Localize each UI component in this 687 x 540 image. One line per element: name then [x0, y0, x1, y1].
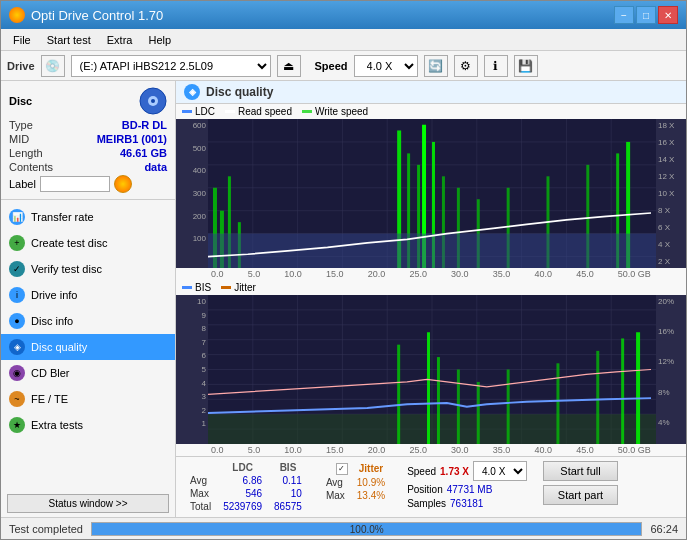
settings-icon[interactable]: ⚙: [454, 55, 478, 77]
mid-label: MID: [9, 133, 29, 145]
legend-ldc: LDC: [182, 106, 215, 117]
position-value: 47731 MB: [447, 484, 493, 495]
jitter-checkbox[interactable]: ✓: [336, 463, 348, 475]
chart1-x-axis: 0.0 5.0 10.0 15.0 20.0 25.0 30.0 35.0 40…: [176, 268, 686, 280]
jitter-avg-value: 10.9%: [351, 476, 391, 489]
extra-tests-label: Extra tests: [31, 419, 83, 431]
row-total-label: Total: [184, 500, 217, 513]
verify-test-icon: ✓: [9, 261, 25, 277]
svg-rect-57: [397, 345, 400, 444]
row-total-ldc: 5239769: [217, 500, 268, 513]
sidebar-item-fe-te[interactable]: ~ FE / TE: [1, 386, 175, 412]
drive-icon-btn[interactable]: 💿: [41, 55, 65, 77]
stats-table: LDC BIS Avg 6.86 0.11 Max 546 10 Total: [184, 461, 308, 513]
bis-label: BIS: [195, 282, 211, 293]
sidebar-item-cd-bler[interactable]: ◉ CD Bler: [1, 360, 175, 386]
sidebar-item-transfer-rate[interactable]: 📊 Transfer rate: [1, 204, 175, 230]
sidebar: Disc Type BD-R DL MID MEIRB1 (001): [1, 81, 176, 517]
drive-info-icon: i: [9, 287, 25, 303]
svg-rect-66: [636, 332, 640, 444]
contents-value: data: [144, 161, 167, 173]
disc-quality-dq-icon: ◈: [184, 84, 200, 100]
menu-extra[interactable]: Extra: [99, 32, 141, 48]
row-max-bis: 10: [268, 487, 308, 500]
read-speed-color: [225, 110, 235, 113]
samples-label: Samples: [407, 498, 446, 509]
contents-label: Contents: [9, 161, 53, 173]
chart1-legend: LDC Read speed Write speed: [176, 104, 686, 119]
sidebar-item-disc-quality[interactable]: ◈ Disc quality: [1, 334, 175, 360]
jitter-header: Jitter: [351, 461, 391, 476]
label-color-btn[interactable]: [114, 175, 132, 193]
label-input[interactable]: [40, 176, 110, 192]
ldc-label: LDC: [195, 106, 215, 117]
status-window-button[interactable]: Status window >>: [7, 494, 169, 513]
speed-label: Speed: [315, 60, 348, 72]
speed-select[interactable]: 4.0 X: [354, 55, 418, 77]
stats-area: LDC BIS Avg 6.86 0.11 Max 546 10 Total: [176, 456, 686, 517]
verify-test-label: Verify test disc: [31, 263, 102, 275]
menu-start-test[interactable]: Start test: [39, 32, 99, 48]
disc-quality-label: Disc quality: [31, 341, 87, 353]
action-buttons: Start full Start part: [543, 461, 618, 505]
menu-help[interactable]: Help: [140, 32, 179, 48]
svg-rect-60: [457, 370, 460, 445]
row-max-label: Max: [184, 487, 217, 500]
close-button[interactable]: ✕: [658, 6, 678, 24]
save-icon[interactable]: 💾: [514, 55, 538, 77]
speed-select2[interactable]: 4.0 X: [473, 461, 527, 481]
disc-panel-title: Disc: [9, 95, 32, 107]
start-part-button[interactable]: Start part: [543, 485, 618, 505]
sidebar-item-create-test[interactable]: + Create test disc: [1, 230, 175, 256]
progress-text: 100.0%: [350, 523, 384, 534]
eject-icon[interactable]: ⏏: [277, 55, 301, 77]
col-ldc: LDC: [217, 461, 268, 474]
refresh-icon[interactable]: 🔄: [424, 55, 448, 77]
position-row: Position 47731 MB: [407, 484, 527, 495]
svg-rect-59: [437, 357, 440, 444]
maximize-button[interactable]: □: [636, 6, 656, 24]
chart2-legend: BIS Jitter: [176, 280, 686, 295]
type-label: Type: [9, 119, 33, 131]
jitter-max-value: 13.4%: [351, 489, 391, 502]
chart1-y-right: 18 X 16 X 14 X 12 X 10 X 8 X 6 X 4 X 2 X: [656, 119, 686, 268]
fe-te-icon: ~: [9, 391, 25, 407]
sidebar-item-drive-info[interactable]: i Drive info: [1, 282, 175, 308]
row-total-bis: 86575: [268, 500, 308, 513]
start-full-button[interactable]: Start full: [543, 461, 618, 481]
length-label: Length: [9, 147, 43, 159]
disc-quality-header: ◈ Disc quality: [176, 81, 686, 104]
drive-info-label: Drive info: [31, 289, 77, 301]
row-avg-bis: 0.11: [268, 474, 308, 487]
speed-position-section: Speed 1.73 X 4.0 X Position 47731 MB Sam…: [407, 461, 527, 509]
col-empty: [184, 461, 217, 474]
menu-bar: File Start test Extra Help: [1, 29, 686, 51]
chart1-y-left: 600 500 400 300 200 100: [176, 119, 208, 268]
minimize-button[interactable]: −: [614, 6, 634, 24]
speed-label2: Speed: [407, 466, 436, 477]
drive-select[interactable]: (E:) ATAPI iHBS212 2.5L09: [71, 55, 271, 77]
sidebar-item-verify-test[interactable]: ✓ Verify test disc: [1, 256, 175, 282]
chart2-y-right: 20% 16% 12% 8% 4%: [656, 295, 686, 444]
speed-row: Speed 1.73 X 4.0 X: [407, 461, 527, 481]
menu-file[interactable]: File: [5, 32, 39, 48]
chart2-svg: [208, 295, 656, 444]
row-avg-label: Avg: [184, 474, 217, 487]
samples-value: 763181: [450, 498, 483, 509]
info-icon[interactable]: ℹ: [484, 55, 508, 77]
legend-jitter: Jitter: [221, 282, 256, 293]
label-label: Label: [9, 178, 36, 190]
transfer-rate-icon: 📊: [9, 209, 25, 225]
disc-info-panel: Disc Type BD-R DL MID MEIRB1 (001): [1, 81, 175, 200]
sidebar-item-extra-tests[interactable]: ★ Extra tests: [1, 412, 175, 438]
row-max-ldc: 546: [217, 487, 268, 500]
progress-bar: 100.0%: [91, 522, 642, 536]
content-area: ◈ Disc quality LDC Read speed Write spee…: [176, 81, 686, 517]
samples-row: Samples 763181: [407, 498, 527, 509]
jitter-avg-label: Avg: [320, 476, 351, 489]
sidebar-item-disc-info[interactable]: ● Disc info: [1, 308, 175, 334]
write-speed-color: [302, 110, 312, 113]
svg-rect-36: [208, 234, 656, 268]
speed-value: 1.73 X: [440, 466, 469, 477]
jitter-stats: ✓ Jitter Avg 10.9% Max 13.4%: [320, 461, 391, 504]
